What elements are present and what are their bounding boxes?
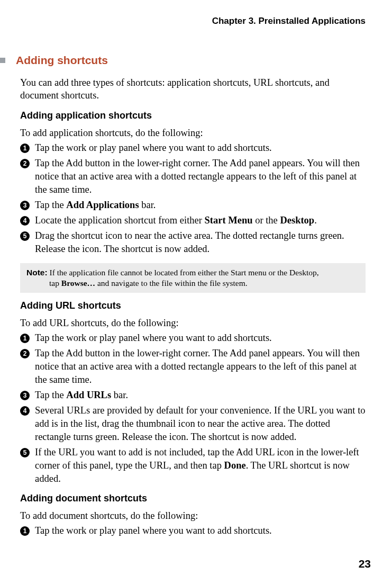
circled-number-icon: 3 — [20, 201, 30, 210]
step-text: Tap the Add button in the lower-right co… — [35, 347, 366, 387]
sub1-step-4: 4 Locate the application shortcut from e… — [20, 214, 366, 227]
square-bullet-icon — [0, 58, 5, 63]
circled-number-icon: 2 — [20, 349, 30, 358]
text-run: Locate the application shortcut from eit… — [35, 215, 205, 226]
note-label: Note: — [26, 268, 48, 277]
text-run: Tap the — [35, 200, 66, 210]
circled-number-icon: 2 — [20, 159, 30, 168]
circled-number-icon: 1 — [20, 526, 30, 536]
bold-run: Start Menu — [205, 215, 253, 226]
sub2-step-1: 1 Tap the work or play panel where you w… — [20, 331, 366, 345]
sub3-step-1: 1 Tap the work or play panel where you w… — [20, 524, 366, 537]
circled-number-icon: 5 — [20, 231, 30, 241]
sub2-intro: To add URL shortcuts, do the following: — [20, 317, 366, 329]
bold-run: Browse… — [61, 278, 95, 287]
bold-run: Add URLs — [66, 390, 111, 400]
section-heading-row: Adding shortcuts — [0, 54, 371, 67]
circled-number-icon: 1 — [20, 143, 30, 153]
bold-run: Add Applications — [66, 200, 139, 210]
section-intro: You can add three types of shortcuts: ap… — [20, 76, 366, 102]
sub1-heading: Adding application shortcuts — [20, 110, 366, 121]
note-line1: If the application file cannot be locate… — [48, 268, 319, 277]
step-text: Locate the application shortcut from eit… — [35, 214, 366, 227]
sub3-heading: Adding document shortcuts — [20, 493, 366, 504]
step-text: Tap the Add URLs bar. — [35, 389, 366, 402]
chapter-header: Chapter 3. Preinstalled Applications — [0, 16, 371, 26]
circled-number-icon: 3 — [20, 391, 30, 400]
sub1-step-5: 5 Drag the shortcut icon to near the act… — [20, 229, 366, 256]
section-title: Adding shortcuts — [16, 54, 108, 67]
page: Chapter 3. Preinstalled Applications Add… — [0, 0, 392, 584]
page-number: 23 — [359, 558, 371, 570]
circled-number-icon: 1 — [20, 334, 30, 343]
bold-run: Done — [224, 460, 246, 471]
step-text: Tap the Add Applications bar. — [35, 199, 366, 212]
sub1-step-1: 1 Tap the work or play panel where you w… — [20, 141, 366, 155]
sub2-heading: Adding URL shortcuts — [20, 300, 366, 311]
step-text: Tap the work or play panel where you wan… — [35, 331, 366, 345]
step-text: Several URLs are provided by default for… — [35, 404, 366, 444]
sub2-step-2: 2 Tap the Add button in the lower-right … — [20, 347, 366, 387]
note-box: Note: If the application file cannot be … — [20, 263, 366, 293]
note-line2: tap Browse… and navigate to the file wit… — [26, 278, 359, 289]
step-text: Tap the Add button in the lower-right co… — [35, 157, 366, 196]
content-area: You can add three types of shortcuts: ap… — [20, 76, 371, 537]
sub1-step-3: 3 Tap the Add Applications bar. — [20, 199, 366, 212]
circled-number-icon: 4 — [20, 216, 30, 226]
step-text: Tap the work or play panel where you wan… — [35, 524, 366, 537]
circled-number-icon: 4 — [20, 406, 30, 416]
sub2-step-4: 4 Several URLs are provided by default f… — [20, 404, 366, 444]
step-text: If the URL you want to add is not includ… — [35, 446, 366, 486]
text-run: Tap the — [35, 390, 66, 400]
text-run: bar. — [111, 390, 128, 400]
text-run: and navigate to the file within the file… — [95, 278, 248, 287]
sub3-intro: To add document shortcuts, do the follow… — [20, 509, 366, 522]
bold-run: Desktop — [280, 215, 314, 226]
step-text: Drag the shortcut icon to near the activ… — [35, 229, 366, 256]
sub1-step-2: 2 Tap the Add button in the lower-right … — [20, 157, 366, 196]
sub1-intro: To add application shortcuts, do the fol… — [20, 127, 366, 139]
text-run: tap — [49, 278, 61, 287]
sub2-step-5: 5 If the URL you want to add is not incl… — [20, 446, 366, 486]
step-text: Tap the work or play panel where you wan… — [35, 141, 366, 155]
circled-number-icon: 5 — [20, 448, 30, 457]
text-run: bar. — [139, 200, 156, 210]
text-run: . — [314, 215, 317, 226]
text-run: or the — [253, 215, 280, 226]
sub2-step-3: 3 Tap the Add URLs bar. — [20, 389, 366, 402]
